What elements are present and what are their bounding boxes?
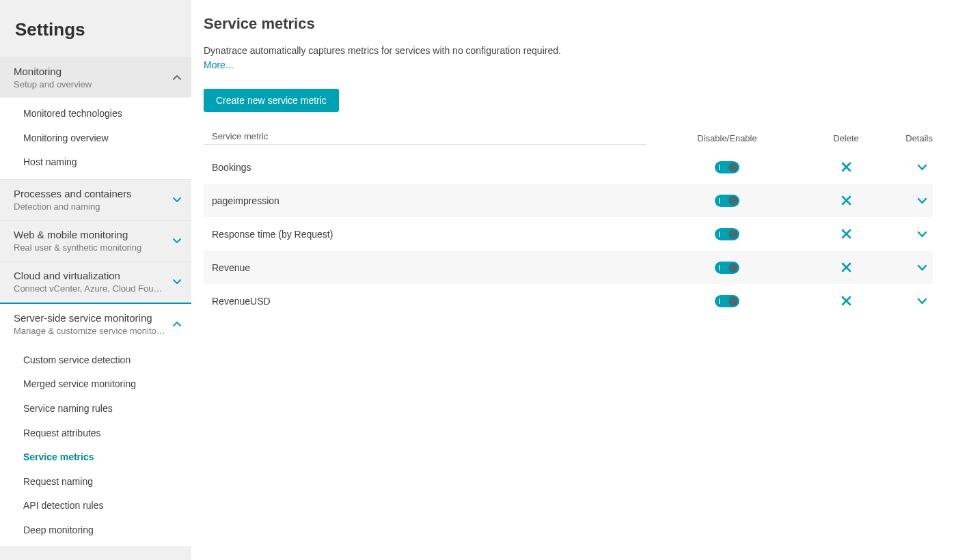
nav-sub-item[interactable]: Host naming — [0, 150, 191, 175]
metric-name: pageimpression — [204, 195, 646, 206]
nav-sub-item[interactable]: Service metrics — [0, 445, 191, 470]
table-header: Service metric Disable/Enable Delete Det… — [204, 131, 933, 149]
column-header-toggle: Disable/Enable — [646, 133, 808, 143]
nav-group-subtitle: Detection and naming — [14, 201, 167, 213]
delete-icon[interactable] — [841, 262, 851, 272]
column-header-name: Service metric — [204, 131, 646, 145]
column-header-details: Details — [884, 133, 933, 143]
nav-group-header[interactable]: Cloud and virtualizationConnect vCenter,… — [0, 262, 191, 302]
nav-group-subtitle: Manage & customize service monitoring — [14, 325, 167, 337]
column-header-delete: Delete — [808, 133, 884, 143]
nav-group-title: Web & mobile monitoring — [14, 227, 167, 242]
delete-icon[interactable] — [841, 162, 851, 172]
chevron-down-icon — [172, 236, 182, 245]
enable-toggle[interactable] — [715, 262, 739, 274]
metric-name: Revenue — [204, 262, 646, 273]
nav-sub-item[interactable]: Monitored technologies — [0, 102, 191, 126]
nav-group-header[interactable]: Processes and containersDetection and na… — [0, 180, 191, 220]
nav-group-title: Cloud and virtualization — [14, 268, 167, 283]
sidebar: Settings MonitoringSetup and overviewMon… — [0, 0, 191, 560]
chevron-up-icon — [172, 73, 182, 82]
enable-toggle[interactable] — [715, 195, 739, 207]
delete-icon[interactable] — [841, 296, 851, 306]
enable-toggle[interactable] — [715, 295, 739, 307]
nav-group-title: Server-side service monitoring — [14, 311, 167, 325]
details-expand-icon[interactable] — [917, 296, 927, 305]
details-expand-icon[interactable] — [917, 263, 927, 272]
more-link[interactable]: More... — [204, 59, 234, 70]
page-title: Service metrics — [204, 15, 933, 33]
page-description: Dynatrace automatically captures metrics… — [204, 44, 933, 58]
details-expand-icon[interactable] — [917, 196, 927, 205]
chevron-down-icon — [172, 277, 182, 286]
metric-name: Response time (by Request) — [204, 229, 646, 240]
table-row: Revenue — [204, 251, 933, 284]
chevron-down-icon — [172, 195, 182, 204]
chevron-up-icon — [172, 320, 182, 328]
nav-group-header[interactable]: Server-side service monitoringManage & c… — [0, 304, 191, 344]
nav-group-title: Processes and containers — [14, 186, 167, 201]
nav-sub-item[interactable]: Service naming rules — [0, 397, 191, 421]
table-row: Response time (by Request) — [204, 217, 933, 251]
nav-sub-item[interactable]: API detection rules — [0, 494, 191, 518]
nav-group-header[interactable]: Web & mobile monitoringReal user & synth… — [0, 221, 191, 261]
delete-icon[interactable] — [841, 229, 851, 239]
main-content: Service metrics Dynatrace automatically … — [191, 0, 956, 560]
nav-group-subtitle: Connect vCenter, Azure, Cloud Foundry, K… — [14, 283, 167, 295]
table-row: RevenueUSD — [204, 284, 933, 318]
nav-group-title: Monitoring — [14, 64, 167, 79]
details-expand-icon[interactable] — [917, 229, 927, 238]
nav-sub-item[interactable]: Request attributes — [0, 421, 191, 446]
nav-group-header[interactable]: MonitoringSetup and overview — [0, 57, 191, 98]
enable-toggle[interactable] — [715, 161, 739, 173]
details-expand-icon[interactable] — [917, 163, 927, 171]
metrics-table: Service metric Disable/Enable Delete Det… — [204, 131, 933, 318]
nav-sub-item[interactable]: Merged service monitoring — [0, 372, 191, 397]
nav-sub-item[interactable]: Monitoring overview — [0, 126, 191, 151]
enable-toggle[interactable] — [715, 228, 739, 240]
nav-sub-item[interactable]: Deep monitoring — [0, 518, 191, 543]
nav-sub-item[interactable]: Custom service detection — [0, 348, 191, 373]
table-row: pageimpression — [204, 184, 933, 217]
metric-name: Bookings — [204, 162, 646, 173]
table-row: Bookings — [204, 150, 933, 184]
sidebar-title: Settings — [0, 0, 191, 57]
nav-sub-item[interactable]: Request naming — [0, 470, 191, 494]
nav-group-subtitle: Setup and overview — [14, 79, 167, 91]
nav-group-subtitle: Real user & synthetic monitoring — [14, 242, 167, 254]
delete-icon[interactable] — [841, 195, 851, 206]
create-new-service-metric-button[interactable]: Create new service metric — [204, 89, 339, 112]
metric-name: RevenueUSD — [204, 296, 646, 307]
